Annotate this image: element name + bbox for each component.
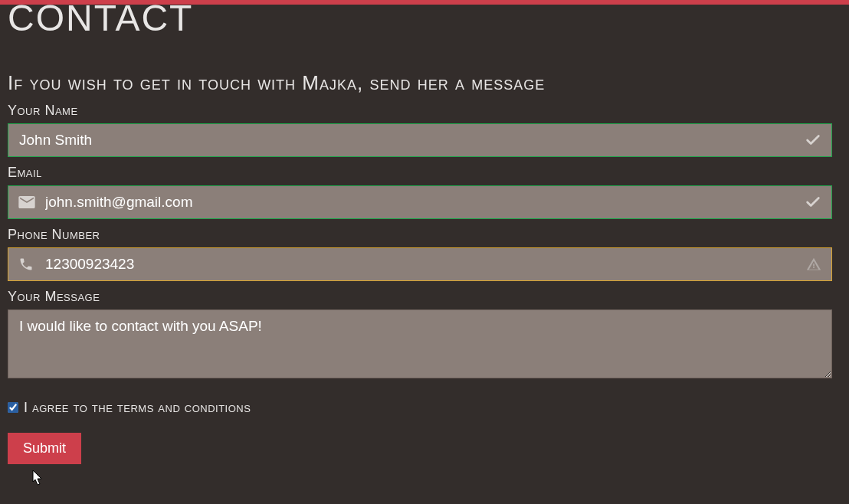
page-subtitle: If you wish to get in touch with Majka, … bbox=[8, 71, 841, 95]
email-input-wrap bbox=[8, 185, 832, 219]
phone-label: Phone Number bbox=[8, 227, 841, 243]
message-input-wrap: I would like to contact with you ASAP! bbox=[8, 309, 832, 381]
terms-row: I agree to the terms and conditions bbox=[8, 400, 841, 416]
phone-icon bbox=[18, 257, 34, 272]
warning-icon bbox=[806, 257, 821, 272]
submit-button[interactable]: Submit bbox=[8, 433, 81, 464]
check-icon bbox=[805, 194, 821, 211]
name-input[interactable] bbox=[8, 123, 832, 157]
phone-input[interactable] bbox=[8, 247, 832, 281]
terms-label[interactable]: I agree to the terms and conditions bbox=[24, 400, 251, 416]
email-input[interactable] bbox=[8, 185, 832, 219]
contact-form-container: CONTACT If you wish to get in touch with… bbox=[0, 0, 849, 464]
phone-input-wrap bbox=[8, 247, 832, 281]
check-icon bbox=[805, 132, 821, 149]
terms-checkbox[interactable] bbox=[8, 402, 18, 413]
message-label: Your Message bbox=[8, 289, 841, 305]
name-input-wrap bbox=[8, 123, 832, 157]
envelope-icon bbox=[18, 196, 35, 208]
email-label: Email bbox=[8, 165, 841, 181]
page-title: CONTACT bbox=[8, 0, 841, 39]
name-label: Your Name bbox=[8, 103, 841, 119]
message-textarea[interactable]: I would like to contact with you ASAP! bbox=[8, 309, 832, 378]
mouse-cursor-icon bbox=[31, 470, 44, 490]
